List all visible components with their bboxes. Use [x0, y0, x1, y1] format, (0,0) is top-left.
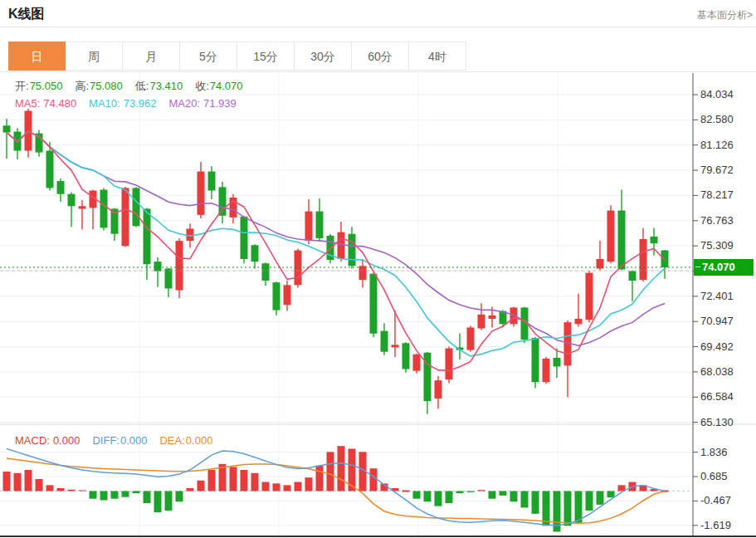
tab-15min[interactable]: 15分: [237, 42, 295, 71]
macd-bar: [133, 492, 140, 494]
macd-bar: [564, 492, 572, 526]
y-axis-tick-label: 0.685: [700, 470, 728, 483]
macd-bar: [413, 492, 421, 499]
candle: [3, 125, 11, 132]
candle: [305, 212, 313, 241]
candle: [467, 327, 475, 350]
candle: [543, 359, 550, 382]
y-axis-tick-label: 1.836: [700, 446, 728, 459]
ma20-line: [7, 131, 665, 345]
candle: [79, 206, 86, 208]
candle: [359, 266, 367, 280]
candle: [144, 208, 151, 264]
candle: [251, 245, 259, 262]
y-axis-tick-label: -1.619: [700, 519, 731, 532]
macd-bar: [305, 477, 313, 491]
macd-bar: [424, 492, 432, 502]
period-tabbar: 日周月5分15分30分60分4时: [0, 42, 756, 72]
macd-bar: [478, 490, 485, 491]
macd-bar: [57, 488, 65, 492]
ma-legend: MA5:74.480MA10:73.962MA20:71.939: [15, 97, 249, 110]
y-axis-tick-label: 69.492: [700, 340, 734, 354]
page-title: K线图: [8, 6, 45, 23]
candle: [219, 187, 227, 215]
macd-bar: [338, 446, 345, 491]
header-divider: [0, 27, 756, 27]
macd-bar: [100, 492, 108, 501]
y-axis-tick-label: 82.580: [700, 113, 734, 126]
macd-bar: [597, 492, 604, 505]
candle: [607, 211, 615, 262]
candle: [586, 273, 593, 320]
macd-bar: [532, 492, 539, 514]
macd-bar: [402, 491, 410, 492]
legend-item: MA10:73.962: [89, 97, 156, 110]
macd-bar: [586, 492, 593, 511]
candle: [554, 358, 561, 366]
legend-item: 低:73.410: [135, 80, 183, 92]
macd-bar: [79, 490, 86, 491]
candle: [575, 319, 583, 324]
legend-item: MA5:74.480: [15, 97, 76, 110]
legend-item: 开:75.050: [15, 80, 62, 92]
kline-widget: { "header": {"title": "K线图", "link": "基本…: [0, 0, 756, 538]
macd-bar: [25, 470, 32, 492]
candle: [338, 232, 345, 259]
candle: [370, 274, 378, 334]
macd-bar: [262, 482, 270, 492]
y-axis-tick-label: 65.130: [700, 416, 734, 429]
tab-4hour[interactable]: 4时: [409, 42, 466, 71]
candle: [349, 234, 356, 267]
macd-bar: [176, 492, 183, 502]
candle: [661, 251, 669, 267]
tab-day[interactable]: 日: [8, 42, 66, 71]
y-axis-tick-label: 72.401: [700, 290, 734, 303]
candle: [489, 315, 496, 319]
candle: [478, 315, 485, 329]
y-axis-tick-label: 84.034: [700, 88, 734, 101]
candle: [57, 181, 65, 194]
candle: [446, 348, 453, 379]
candle: [198, 172, 205, 215]
candle: [165, 268, 173, 288]
macd-bar: [273, 483, 280, 491]
legend-item: DEA:0.000: [159, 434, 212, 447]
ohlc-legend: 开:75.050高:75.080低:73.410收:74.070: [15, 79, 256, 94]
tab-5min[interactable]: 5分: [180, 42, 237, 71]
macd-bar: [187, 488, 194, 492]
candle: [154, 262, 162, 271]
legend-item: MA20:71.939: [168, 97, 236, 110]
y-axis-tick-label: 66.584: [700, 390, 734, 404]
candlestick-chart[interactable]: [0, 73, 756, 538]
macd-bar: [510, 492, 518, 502]
macd-bar: [14, 473, 22, 492]
macd-bar: [144, 492, 151, 504]
macd-bar: [607, 492, 615, 498]
fundamental-analysis-link[interactable]: 基本面分析>: [697, 8, 753, 22]
y-axis-tick-label: 78.217: [700, 188, 734, 202]
candle: [640, 239, 647, 280]
candle: [651, 237, 658, 243]
macd-bar: [370, 468, 378, 491]
macd-bar: [316, 466, 324, 492]
tab-week[interactable]: 周: [66, 42, 123, 71]
candle: [629, 271, 637, 281]
macd-bar: [90, 492, 97, 499]
candle: [122, 188, 129, 246]
tab-30min[interactable]: 30分: [295, 42, 352, 71]
tab-month[interactable]: 月: [123, 42, 180, 71]
macd-bar: [241, 470, 248, 492]
macd-bar: [489, 492, 496, 499]
macd-bar: [295, 482, 302, 492]
candle: [413, 355, 421, 371]
legend-item: MACD:0.000: [15, 434, 80, 447]
y-axis-tick-label: 81.126: [700, 139, 734, 152]
macd-bar: [500, 492, 507, 496]
macd-bar: [165, 492, 173, 511]
tab-60min[interactable]: 60分: [352, 42, 409, 71]
macd-bar: [456, 492, 464, 494]
macd-bar: [122, 492, 129, 497]
candle: [208, 172, 216, 191]
candle: [316, 212, 324, 238]
candle: [133, 188, 140, 226]
